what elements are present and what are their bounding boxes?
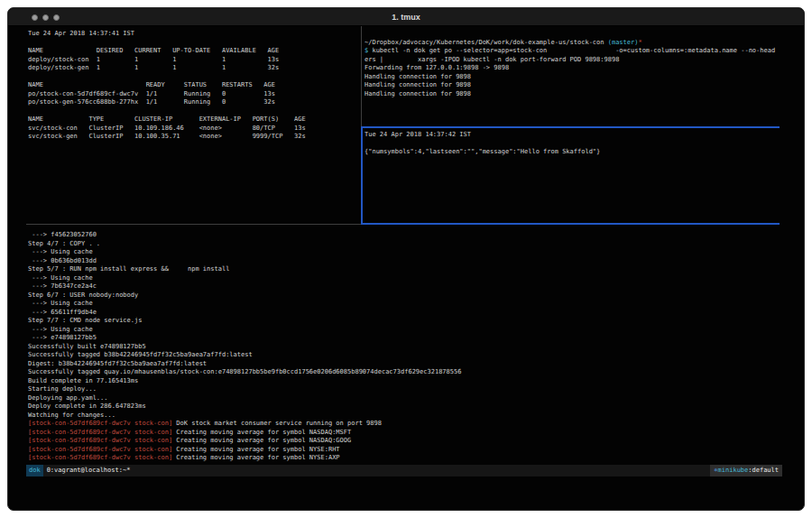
kube-cluster-label: minikube <box>718 467 749 474</box>
terminal-line: po/stock-gen-576cc688bb-277hx 1/1 Runnin… <box>28 98 357 107</box>
prompt-path: ~/Dropbox/advocacy/Kubernetes/DoK/work/d… <box>364 39 608 46</box>
terminal-line: Build complete in 77.165413ms <box>28 377 782 386</box>
terminal-line: ---> Using cache <box>28 248 782 257</box>
terminal-line: ~/Dropbox/advocacy/Kubernetes/DoK/work/d… <box>364 39 781 48</box>
pod-log-prefix: [stock-con-5d7df689cf-dwc7v stock-con] <box>28 454 172 461</box>
terminal-line: ---> Using cache <box>28 326 782 335</box>
terminal-line: ---> 0b636bd013dd <box>28 257 782 266</box>
terminal-line: ---> Using cache <box>28 300 782 309</box>
terminal-line: deploy/stock-gen 1 1 1 1 32s <box>28 64 357 73</box>
pod-log-message: DoK stock market consumer service runnin… <box>172 420 382 427</box>
terminal-line: ---> f45623052760 <box>28 231 782 240</box>
terminal-line: NAME READY STATUS RESTARTS AGE <box>28 81 357 90</box>
terminal-line: [stock-con-5d7df689cf-dwc7v stock-con] C… <box>28 454 782 463</box>
terminal-line: Step 5/7 : RUN npm install express && np… <box>28 265 782 274</box>
pane-skaffold-log[interactable]: ---> f45623052760 Step 4/7 : COPY . . --… <box>28 231 782 463</box>
git-dirty-flag: * <box>638 39 641 46</box>
terminal-line <box>364 140 781 149</box>
pane-service-response[interactable]: Tue 24 Apr 2018 14:37:42 IST {"numsymbol… <box>364 131 781 157</box>
terminal-line: svc/stock-gen ClusterIP 10.100.35.71 <no… <box>28 133 357 142</box>
terminal-line: svc/stock-con ClusterIP 10.109.186.46 <n… <box>28 125 357 134</box>
pod-log-message: Creating moving average for symbol NASDA… <box>172 429 351 436</box>
shell-command: kubectl -n dok get po --selector=app=sto… <box>372 47 775 54</box>
terminal-line <box>28 73 357 82</box>
terminal-line: Deploying app.yaml... <box>28 394 782 403</box>
terminal-line: Tue 24 Apr 2018 14:37:41 IST <box>28 30 357 39</box>
terminal-line: Successfully tagged b38b42246945fd7f32c5… <box>28 351 782 360</box>
terminal-line <box>28 107 357 116</box>
terminal-line: [stock-con-5d7df689cf-dwc7v stock-con] C… <box>28 429 782 438</box>
pane-port-forward[interactable]: ~/Dropbox/advocacy/Kubernetes/DoK/work/d… <box>364 30 781 98</box>
pane-divider-vertical-inactive <box>361 26 362 127</box>
terminal-line: Watching for changes... <box>28 412 782 421</box>
terminal-line: Step 4/7 : COPY . . <box>28 240 782 249</box>
active-pane-border-left <box>361 126 363 225</box>
terminal-line <box>364 30 781 39</box>
terminal-line: Deploy complete in 286.647823ms <box>28 402 782 412</box>
terminal-line: Digest: b38b42246945fd7f32c5ba9aea7af7fd… <box>28 360 782 369</box>
pane-kubectl-watch[interactable]: Tue 24 Apr 2018 14:37:41 IST NAME DESIRE… <box>28 30 357 142</box>
terminal-line: Handling connection for 9898 <box>364 73 781 82</box>
pod-log-message: Creating moving average for symbol NYSE:… <box>172 454 339 461</box>
title-bar[interactable]: 1. tmux <box>8 8 804 26</box>
terminal-line: $ kubectl -n dok get po --selector=app=s… <box>364 47 781 56</box>
terminal-line: [stock-con-5d7df689cf-dwc7v stock-con] D… <box>28 420 782 429</box>
terminal-line: [stock-con-5d7df689cf-dwc7v stock-con] C… <box>28 446 782 455</box>
window-title: 1. tmux <box>8 8 804 26</box>
terminal-line: ---> 65611ff9db4e <box>28 309 782 318</box>
terminal-line: Starting deploy... <box>28 385 782 394</box>
terminal-line: Successfully tagged quay.io/mhausenblas/… <box>28 368 782 377</box>
terminal-line: Step 7/7 : CMD node service.js <box>28 317 782 326</box>
git-branch-label: (master) <box>608 39 639 46</box>
terminal-line: Handling connection for 9898 <box>364 81 781 90</box>
session-name-badge: dok <box>26 465 43 476</box>
status-right-segment: ⎈minikube:default <box>710 465 782 476</box>
pod-log-message: Creating moving average for symbol NYSE:… <box>172 446 339 453</box>
status-window-tab[interactable]: 0:vagrant@localhost:~* <box>43 465 131 476</box>
pod-log-prefix: [stock-con-5d7df689cf-dwc7v stock-con] <box>28 446 172 453</box>
terminal-line: ers | xargs -IPOD kubectl -n dok port-fo… <box>364 56 781 65</box>
terminal-line: ---> e74898127bb5 <box>28 334 782 343</box>
tmux-status-bar: dok 0:vagrant@localhost:~* ⎈minikube:def… <box>26 465 782 476</box>
pod-log-prefix: [stock-con-5d7df689cf-dwc7v stock-con] <box>28 420 172 427</box>
terminal-line: deploy/stock-con 1 1 1 1 13s <box>28 56 357 65</box>
active-pane-border-top <box>361 126 780 128</box>
kube-context-label: :default <box>748 467 779 474</box>
terminal-line: [stock-con-5d7df689cf-dwc7v stock-con] C… <box>28 437 782 446</box>
pod-log-prefix: [stock-con-5d7df689cf-dwc7v stock-con] <box>28 429 172 436</box>
terminal-line <box>28 39 357 48</box>
terminal-line: Successfully built e74898127bb5 <box>28 343 782 352</box>
terminal-line: Handling connection for 9898 <box>364 90 781 99</box>
pane-divider-horizontal-inactive <box>26 224 361 225</box>
terminal-line: ---> Using cache <box>28 274 782 283</box>
terminal-line: {"numsymbols":4,"lastseen":"","message":… <box>364 148 781 157</box>
active-pane-border-bottom <box>361 223 780 225</box>
terminal-line: Tue 24 Apr 2018 14:37:42 IST <box>364 131 781 140</box>
pod-log-message: Creating moving average for symbol NASDA… <box>172 437 351 444</box>
terminal-line: po/stock-con-5d7df689cf-dwc7v 1/1 Runnin… <box>28 90 357 99</box>
terminal-window: 1. tmux Tue 24 Apr 2018 14:37:41 IST NAM… <box>7 7 805 511</box>
terminal-line: Forwarding from 127.0.0.1:9898 -> 9898 <box>364 64 781 73</box>
pod-log-prefix: [stock-con-5d7df689cf-dwc7v stock-con] <box>28 437 172 444</box>
terminal-line: NAME DESIRED CURRENT UP-TO-DATE AVAILABL… <box>28 47 357 56</box>
terminal-line: ---> 7b6347ce2a4c <box>28 282 782 291</box>
terminal-line: NAME TYPE CLUSTER-IP EXTERNAL-IP PORT(S)… <box>28 116 357 125</box>
terminal-line: Step 6/7 : USER nobody:nobody <box>28 291 782 301</box>
